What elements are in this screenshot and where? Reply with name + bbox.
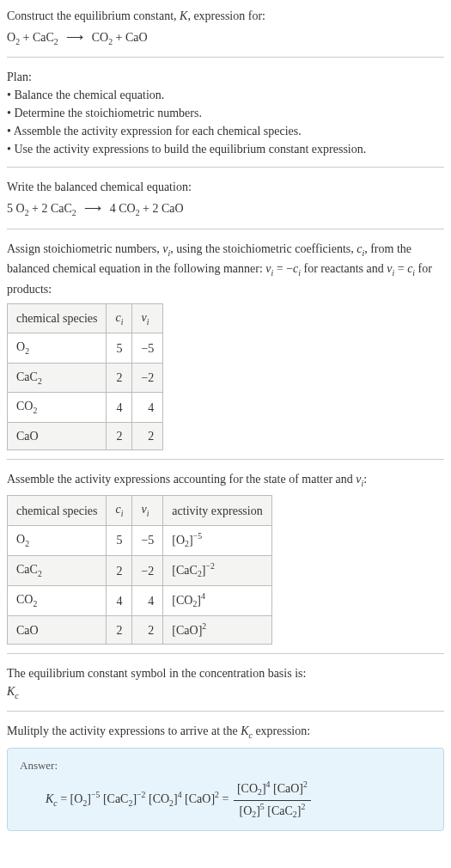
txt: [O	[70, 792, 83, 805]
sup: 2	[303, 779, 308, 789]
txt: Assign stoichiometric numbers,	[7, 242, 162, 255]
txt: [CaC	[172, 564, 198, 577]
sub: 2	[38, 569, 42, 578]
table-row: CO2 4 4	[8, 393, 163, 422]
txt: [O	[172, 534, 185, 547]
txt: for reactants and	[301, 262, 387, 275]
answer-label: Answer:	[20, 757, 431, 774]
sup: −2	[137, 791, 145, 800]
txt: [O	[240, 804, 253, 816]
sup: 2	[202, 621, 206, 631]
numerator: [CO2]4 [CaO]2	[234, 779, 311, 800]
intro-line1: Construct the equilibrium constant,	[7, 9, 180, 22]
cell-activity: [O2]−5	[163, 525, 271, 555]
txt: expression:	[253, 724, 310, 737]
sup: 4	[201, 591, 205, 601]
plan-title: Plan:	[7, 68, 444, 86]
sub: 2	[25, 539, 29, 548]
table-header-row: chemical species ci νi activity expressi…	[8, 496, 272, 525]
k-symbol: K	[180, 9, 187, 22]
txt: [CO	[149, 792, 169, 805]
sub: 2	[25, 346, 29, 356]
sup: −5	[91, 791, 100, 800]
cell-vi: 4	[132, 393, 163, 422]
col-ci: ci	[107, 496, 132, 525]
table-row: CO2 4 4 [CO2]4	[8, 586, 272, 616]
activity-section: Assemble the activity expressions accoun…	[7, 470, 444, 654]
cell-vi: 2	[132, 422, 163, 449]
col-species: chemical species	[8, 303, 107, 333]
species-cac2: CaC	[33, 31, 54, 44]
cell-vi: −2	[132, 363, 163, 392]
table-row: CaC2 2 −2	[8, 363, 163, 392]
cell-species: CaO	[8, 422, 107, 449]
cell-vi: −5	[132, 333, 163, 363]
txt: CO	[16, 400, 33, 413]
plus: +	[140, 202, 153, 215]
reaction-arrow: ⟶	[84, 199, 101, 217]
assign-section: Assign stoichiometric numbers, νi, using…	[7, 240, 444, 460]
coef: 2	[41, 202, 51, 215]
plan-bullet: • Determine the stoichiometric numbers.	[7, 104, 444, 122]
balanced-section: Write the balanced chemical equation: 5 …	[7, 178, 444, 229]
denominator: [O2]5 [CaC2]2	[234, 801, 311, 822]
species-cao: CaO	[162, 202, 184, 215]
table-row: O2 5 −5 [O2]−5	[8, 525, 272, 555]
unbalanced-equation: O2 + CaC2 ⟶ CO2 + CaO	[7, 28, 444, 48]
table-header-row: chemical species ci νi	[8, 303, 163, 333]
txt: CaC	[16, 563, 38, 576]
txt: Mulitply the activity expressions to arr…	[7, 724, 241, 737]
coef: 2	[153, 202, 162, 215]
plan-section: Plan: • Balance the chemical equation. •…	[7, 68, 444, 168]
plan-bullet: • Assemble the activity expression for e…	[7, 122, 444, 140]
species-cao: CaO	[125, 31, 148, 44]
species-o2: O	[7, 31, 15, 44]
txt: :	[363, 473, 367, 486]
col-activity: activity expression	[163, 496, 271, 525]
cell-species: CO2	[8, 586, 107, 616]
cell-species: CaC2	[8, 555, 107, 585]
intro-text: Construct the equilibrium constant, K, e…	[7, 7, 444, 25]
col-vi: νi	[132, 496, 163, 525]
cell-vi: −5	[132, 525, 163, 555]
cell-species: CaC2	[8, 363, 107, 392]
sub: 2	[54, 37, 58, 46]
activity-table: chemical species ci νi activity expressi…	[7, 495, 272, 645]
balanced-equation: 5 O2 + 2 CaC2 ⟶ 4 CO2 + 2 CaO	[7, 199, 444, 219]
table-row: O2 5 −5	[8, 333, 163, 363]
cell-ci: 2	[107, 616, 132, 645]
sub: i	[147, 509, 149, 518]
intro-line1b: , expression for:	[187, 9, 265, 22]
symbol-section: The equilibrium constant symbol in the c…	[7, 664, 444, 712]
txt: O	[16, 340, 25, 353]
cell-ci: 2	[107, 363, 132, 392]
cell-ci: 5	[107, 333, 132, 363]
txt: O	[16, 533, 25, 546]
sub: 2	[72, 208, 76, 217]
sub: 2	[38, 376, 42, 386]
cell-ci: 5	[107, 525, 132, 555]
cell-species: O2	[8, 333, 107, 363]
txt: [CaO]	[172, 624, 202, 637]
sub: i	[121, 509, 124, 518]
txt: CaC	[16, 370, 38, 383]
table-row: CaO 2 2	[8, 422, 163, 449]
k: K	[46, 792, 53, 805]
balanced-title: Write the balanced chemical equation:	[7, 178, 444, 196]
cell-ci: 2	[107, 422, 132, 449]
sup: 4	[266, 779, 271, 789]
cell-ci: 4	[107, 393, 132, 422]
coef: 5	[7, 202, 16, 215]
cell-vi: −2	[132, 555, 163, 585]
sub: i	[147, 317, 149, 327]
species-o2: O	[16, 202, 25, 215]
eq: =	[58, 792, 70, 805]
stoich-table: chemical species ci νi O2 5 −5 CaC2 2 −2…	[7, 303, 163, 450]
eq: =	[394, 262, 407, 275]
multiply-text: Mulitply the activity expressions to arr…	[7, 722, 444, 742]
txt: [CO	[237, 782, 258, 795]
symbol-text: The equilibrium constant symbol in the c…	[7, 664, 444, 682]
cell-ci: 2	[107, 555, 132, 585]
txt: [CaO]	[273, 782, 303, 795]
k: K	[7, 685, 15, 698]
